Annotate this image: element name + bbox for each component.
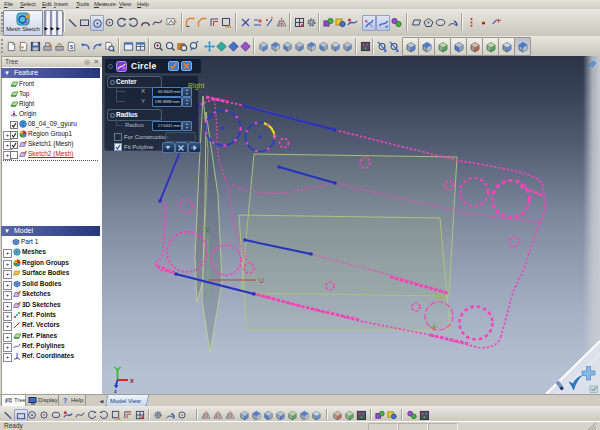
svg-text:x: x [130, 377, 134, 384]
svg-text:Top: Top [434, 293, 445, 301]
svg-text:?: ? [63, 397, 67, 404]
svg-text:s: s [69, 43, 73, 50]
svg-text:V: V [205, 226, 210, 233]
svg-text:U: U [259, 277, 264, 284]
